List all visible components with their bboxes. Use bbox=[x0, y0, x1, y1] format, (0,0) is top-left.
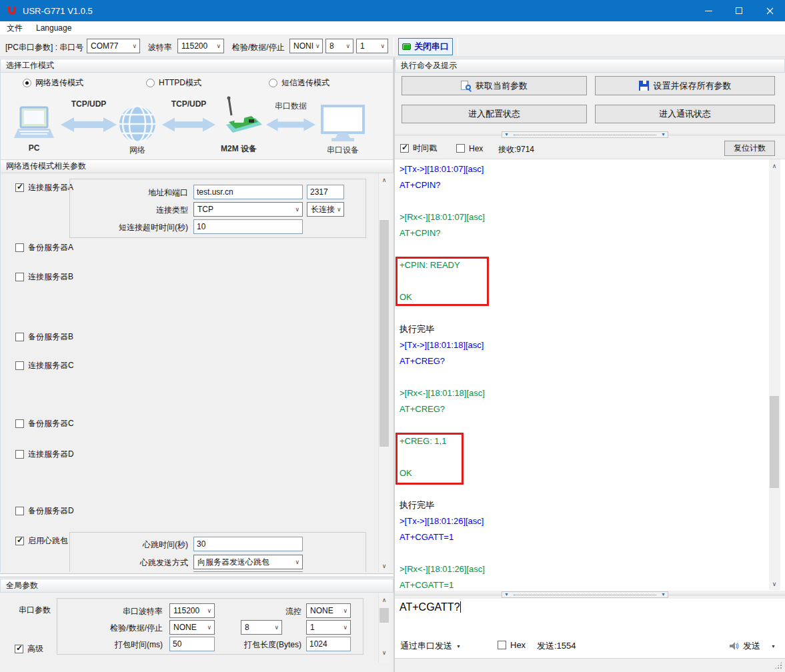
log-line: AT+CPIN? bbox=[395, 177, 785, 193]
net-params-header: 网络透传模式相关参数 bbox=[0, 159, 394, 173]
log-line: AT+CREG? bbox=[395, 401, 785, 417]
global-groupbox: 串口波特率 115200∨ 流控 NONE∨ 检验/数据/停止 NONE∨ 8∨… bbox=[57, 598, 363, 655]
resize-grip[interactable] bbox=[774, 661, 782, 669]
radio-sms-transparent[interactable]: 短信透传模式 bbox=[269, 78, 329, 88]
maximize-button[interactable] bbox=[724, 0, 754, 21]
app-icon bbox=[7, 5, 17, 16]
enter-config-button[interactable]: 进入配置状态 bbox=[402, 105, 587, 123]
toolbar-separator bbox=[458, 37, 458, 55]
green-led-icon bbox=[402, 43, 411, 50]
link3-label: 串口数据 bbox=[266, 101, 315, 112]
radio-net-transparent[interactable]: 网络透传模式 bbox=[23, 78, 83, 88]
get-params-button[interactable]: 获取当前参数 bbox=[402, 76, 587, 95]
horizontal-splitter[interactable]: ▼ ▼ bbox=[395, 131, 785, 139]
parity-select[interactable]: NONI∨ bbox=[289, 39, 323, 53]
server-b-checkbox[interactable]: 连接服务器B bbox=[15, 272, 73, 282]
log-line: AT+CGATT=1 bbox=[395, 529, 785, 545]
log-line bbox=[395, 241, 785, 257]
global-databits-select[interactable]: 8∨ bbox=[241, 620, 282, 635]
pack-length-input[interactable]: 1024 bbox=[306, 637, 351, 651]
work-mode-header: 选择工作模式 bbox=[0, 59, 394, 73]
serial-toolbar: [PC串口参数] : 串口号 COM77∨ 波特率 115200∨ 检验/数据/… bbox=[0, 35, 785, 57]
log-scrollbar[interactable]: ∧ ∨ bbox=[769, 159, 780, 590]
chevron-down-icon: ∨ bbox=[132, 43, 137, 49]
log-line: >[Tx->][18:01:07][asc] bbox=[395, 161, 785, 177]
global-params-header: 全局参数 bbox=[0, 579, 394, 593]
radio-httpd[interactable]: HTTPD模式 bbox=[146, 78, 201, 88]
save-params-button[interactable]: 设置并保存所有参数 bbox=[595, 76, 775, 95]
scroll-down-icon[interactable]: ∨ bbox=[769, 579, 780, 589]
panel-divider[interactable] bbox=[0, 573, 394, 577]
server-a-port-input[interactable]: 2317 bbox=[307, 185, 344, 199]
scroll-up-icon[interactable]: ∧ bbox=[379, 175, 389, 185]
global-parity-select[interactable]: NONE∨ bbox=[169, 620, 215, 635]
server-d-checkbox[interactable]: 连接服务器D bbox=[15, 449, 74, 459]
enter-comm-button[interactable]: 进入通讯状态 bbox=[595, 105, 775, 123]
reset-count-button[interactable]: 复位计数 bbox=[724, 141, 775, 156]
backup-server-b-checkbox[interactable]: 备份服务器B bbox=[15, 332, 73, 342]
splitter-handle[interactable]: ▼ ▼ bbox=[502, 591, 668, 598]
baud-select[interactable]: 115200∨ bbox=[177, 39, 224, 53]
scroll-up-icon[interactable]: ∧ bbox=[379, 595, 389, 605]
heartbeat-time-input[interactable]: 30 bbox=[193, 537, 303, 551]
scrollbar-thumb[interactable] bbox=[770, 396, 779, 488]
timestamp-checkbox[interactable]: ✓ 时间戳 bbox=[400, 143, 437, 153]
menu-bar: 文件 Language bbox=[0, 21, 785, 35]
server-a-connmode-select[interactable]: 长连接∨ bbox=[307, 202, 344, 217]
scroll-down-icon[interactable]: ∨ bbox=[379, 561, 389, 571]
log-line bbox=[395, 417, 785, 433]
serial-device-icon bbox=[321, 105, 365, 146]
recv-hex-checkbox[interactable]: Hex bbox=[456, 143, 483, 153]
scrollbar-thumb[interactable] bbox=[379, 608, 389, 623]
send-input-text: AT+CGATT? bbox=[400, 601, 461, 613]
global-baud-select[interactable]: 115200∨ bbox=[169, 603, 215, 618]
menu-file[interactable]: 文件 bbox=[0, 23, 29, 34]
server-a-timeout-input[interactable]: 10 bbox=[193, 219, 303, 234]
backup-server-c-checkbox[interactable]: 备份服务器C bbox=[15, 419, 74, 429]
pc-label: PC bbox=[13, 143, 55, 153]
checkbox-icon bbox=[15, 361, 24, 370]
menu-language[interactable]: Language bbox=[29, 23, 78, 33]
scrollbar-thumb[interactable] bbox=[379, 220, 389, 447]
minimize-button[interactable] bbox=[693, 0, 724, 21]
send-hex-checkbox[interactable]: Hex bbox=[498, 640, 526, 650]
close-button[interactable] bbox=[754, 0, 785, 21]
text-caret bbox=[460, 601, 461, 613]
params-scrollbar[interactable]: ∧ ∨ bbox=[378, 173, 389, 572]
send-input-area[interactable]: AT+CGATT? bbox=[395, 599, 785, 633]
chevron-down-icon: ∨ bbox=[274, 624, 279, 631]
log-line: 执行完毕 bbox=[395, 321, 785, 337]
close-serial-button[interactable]: 关闭串口 bbox=[398, 38, 453, 55]
baud-label: 波特率 bbox=[148, 42, 172, 53]
databits-select[interactable]: 8∨ bbox=[325, 39, 353, 53]
flow-control-select[interactable]: NONE∨ bbox=[306, 603, 351, 618]
backup-server-d-checkbox[interactable]: 备份服务器D bbox=[15, 506, 74, 516]
com-port-select[interactable]: COM77∨ bbox=[87, 39, 140, 53]
backup-server-a-checkbox[interactable]: 备份服务器A bbox=[15, 243, 73, 253]
heartbeat-checkbox[interactable]: ✓ 启用心跳包 bbox=[15, 536, 68, 546]
log-area[interactable]: >[Tx->][18:01:07][asc] AT+CPIN? >[Rx<-][… bbox=[395, 159, 785, 591]
server-a-type-select[interactable]: TCP∨ bbox=[193, 202, 303, 217]
scroll-down-icon[interactable]: ∨ bbox=[379, 647, 389, 657]
arrow-icon bbox=[61, 115, 117, 137]
splitter-triangle-icon: ▼ bbox=[502, 592, 511, 597]
send-button[interactable]: 发送 ▼ bbox=[728, 640, 776, 652]
global-params-area: 串口参数 串口波特率 115200∨ 流控 NONE∨ 检验/数据/停止 NON… bbox=[0, 593, 394, 672]
stopbits-select[interactable]: 1∨ bbox=[356, 39, 388, 53]
global-scrollbar[interactable]: ∧ ∨ bbox=[378, 593, 389, 663]
send-via-menu[interactable]: 通过串口发送 ▼ bbox=[400, 640, 461, 652]
advanced-checkbox[interactable]: ✓ 高级 bbox=[15, 644, 43, 654]
heartbeat-mode-select[interactable]: 向服务器发送心跳包∨ bbox=[193, 555, 303, 569]
chevron-down-icon: ∨ bbox=[315, 43, 320, 49]
pack-time-input[interactable]: 50 bbox=[169, 637, 215, 651]
server-c-checkbox[interactable]: 连接服务器C bbox=[15, 361, 74, 371]
server-a-checkbox[interactable]: ✓ 连接服务器A bbox=[15, 183, 73, 193]
title-bar: USR-G771 V1.0.5 bbox=[0, 0, 785, 21]
recv-count: 接收:9714 bbox=[498, 144, 534, 155]
chevron-down-icon: ∨ bbox=[343, 624, 347, 631]
horizontal-splitter[interactable]: ▼ ▼ bbox=[395, 591, 785, 599]
splitter-handle[interactable]: ▼ ▼ bbox=[502, 131, 668, 138]
global-stopbits-select[interactable]: 1∨ bbox=[306, 620, 351, 635]
server-a-address-input[interactable]: test.usr.cn bbox=[193, 185, 303, 199]
scroll-up-icon[interactable]: ∧ bbox=[769, 161, 780, 171]
